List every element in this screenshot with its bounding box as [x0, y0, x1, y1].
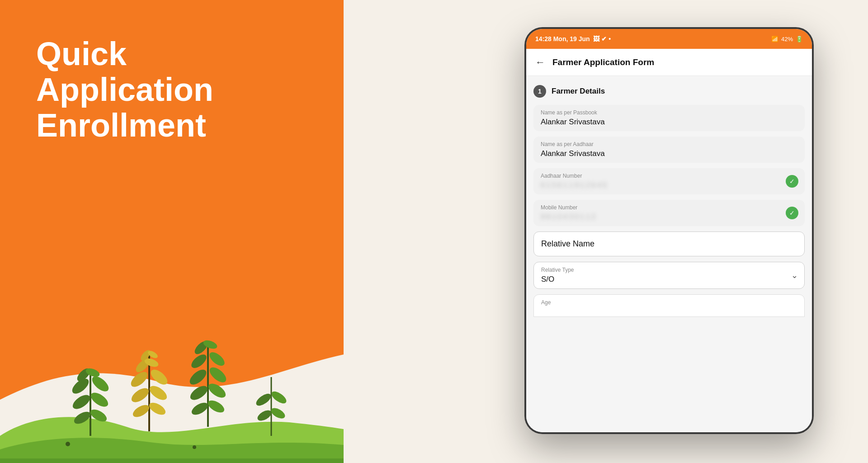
aadhaar-name-field[interactable]: Name as per Aadhaar Alankar Srivastava [533, 137, 805, 163]
step-indicator: 1 [533, 85, 546, 98]
relative-type-label: Relative Type [541, 267, 797, 273]
passbook-name-value: Alankar Srivastava [541, 118, 797, 127]
aadhaar-number-label: Aadhaar Number [541, 173, 797, 179]
aadhaar-number-field[interactable]: Aadhaar Number 615611912645 ✓ [533, 168, 805, 194]
section-header: 1 Farmer Details [533, 85, 805, 98]
mobile-verified-icon: ✓ [786, 207, 798, 219]
relative-type-value: S/O [541, 275, 797, 284]
mobile-number-value: 9810430112 [541, 213, 797, 222]
age-label: Age [541, 299, 797, 306]
status-bar: 14:28 Mon, 19 Jun 🖼 ✔ • 📶 42% 🔋 [526, 29, 812, 49]
relative-name-field[interactable]: Relative Name [533, 232, 805, 256]
battery-text: 42% [781, 36, 793, 43]
status-time-date: 14:28 Mon, 19 Jun 🖼 ✔ • [535, 35, 611, 43]
relative-type-field[interactable]: Relative Type S/O ⌄ [533, 262, 805, 289]
aadhaar-name-value: Alankar Srivastava [541, 149, 797, 158]
form-content: 1 Farmer Details Name as per Passbook Al… [526, 76, 812, 432]
mobile-number-field[interactable]: Mobile Number 9810430112 ✓ [533, 200, 805, 226]
back-button[interactable]: ← [535, 57, 545, 68]
aadhaar-number-value: 615611912645 [541, 181, 797, 190]
app-header: ← Farmer Application Form [526, 49, 812, 76]
wifi-icon: 📶 [771, 36, 778, 43]
headline: Quick Application Enrollment [36, 36, 289, 144]
battery-icon: 🔋 [796, 36, 803, 43]
aadhaar-name-label: Name as per Aadhaar [541, 141, 797, 147]
aadhaar-verified-icon: ✓ [786, 175, 798, 188]
chevron-down-icon: ⌄ [791, 270, 798, 280]
age-field[interactable]: Age [533, 294, 805, 317]
phone-mockup: 14:28 Mon, 19 Jun 🖼 ✔ • 📶 42% 🔋 ← Farmer… [524, 27, 814, 434]
status-right-icons: 📶 42% 🔋 [771, 36, 803, 43]
left-panel: Quick Application Enrollment [0, 0, 344, 463]
section-title: Farmer Details [552, 87, 605, 96]
passbook-name-field[interactable]: Name as per Passbook Alankar Srivastava [533, 105, 805, 131]
page-title: Farmer Application Form [552, 57, 654, 67]
mobile-number-label: Mobile Number [541, 204, 797, 211]
passbook-name-label: Name as per Passbook [541, 109, 797, 116]
relative-name-value: Relative Name [541, 239, 797, 249]
